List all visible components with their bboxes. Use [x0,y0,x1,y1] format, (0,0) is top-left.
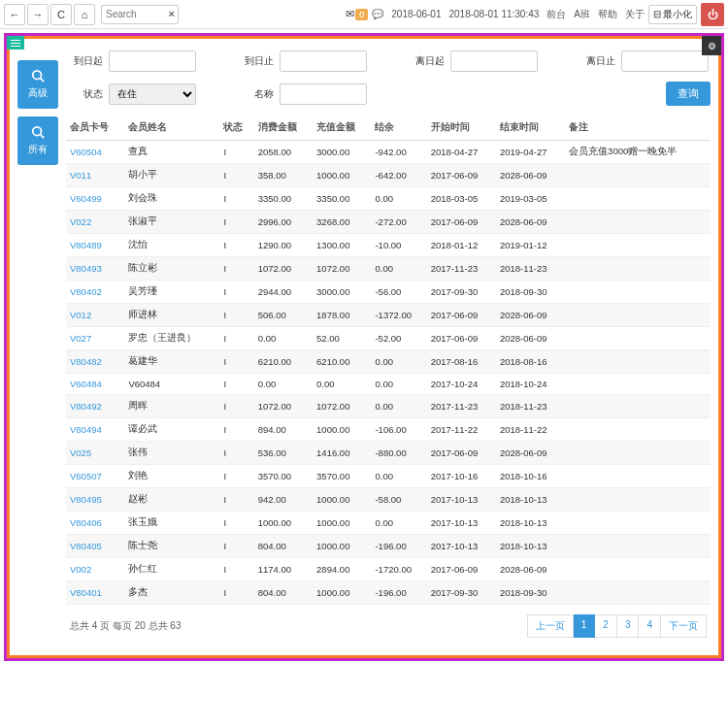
table-cell [565,442,711,465]
search-input[interactable] [101,5,179,24]
card-number-link[interactable]: V60499 [66,187,124,211]
table-cell: 1072.00 [254,257,313,281]
table-cell: 2017-06-09 [427,304,496,327]
table-cell: 1072.00 [254,395,313,418]
power-button[interactable]: ⏻ [701,3,724,26]
table-header-row: 会员卡号会员姓名状态消费金额充值金额结余开始时间结束时间备注 [66,116,711,141]
table-row[interactable]: V012师进林I506.001878.00-1372.002017-06-092… [66,304,711,327]
card-number-link[interactable]: V60504 [66,141,124,164]
table-row[interactable]: V60504查真I2058.003000.00-942.002018-04-27… [66,141,711,164]
column-header[interactable]: 会员卡号 [66,116,124,141]
table-cell: 2017-10-13 [427,488,496,512]
table-cell: 1000.00 [313,488,371,512]
mail-button[interactable]: ✉ 0 [346,8,368,20]
table-row[interactable]: V027罗忠（王进良）I0.0052.00-52.002017-06-09202… [66,327,711,350]
pager-next[interactable]: 下一页 [661,614,707,638]
table-cell: 1174.00 [254,558,313,581]
pager-page[interactable]: 2 [595,614,617,638]
link-front[interactable]: 前台 [546,8,566,21]
query-button[interactable]: 查询 [666,82,711,106]
minimize-button[interactable]: ⊟ 最小化 [648,5,697,24]
column-header[interactable]: 结束时间 [496,116,565,141]
refresh-button[interactable]: C [50,4,72,25]
leave-from-input[interactable] [450,50,538,72]
card-number-link[interactable]: V80489 [66,234,124,257]
arrive-to-label: 到日止 [237,54,274,68]
card-number-link[interactable]: V025 [66,442,124,465]
table-cell: -10.00 [371,234,426,257]
table-cell: 2018-10-13 [496,512,565,535]
table-row[interactable]: V022张淑平I2996.003268.00-272.002017-06-092… [66,211,711,234]
card-number-link[interactable]: V011 [66,164,124,187]
table-row[interactable]: V80489沈怡I1290.001300.00-10.002018-01-122… [66,234,711,257]
card-number-link[interactable]: V80492 [66,395,124,418]
card-number-link[interactable]: V80482 [66,350,124,374]
card-number-link[interactable]: V027 [66,327,124,350]
card-number-link[interactable]: V60507 [66,465,124,488]
column-header[interactable]: 结余 [371,116,426,141]
name-input[interactable] [280,83,367,105]
back-button[interactable]: ← [4,4,25,25]
forward-button[interactable]: → [27,4,49,25]
arrive-from-input[interactable] [109,50,196,72]
table-row[interactable]: V60507刘艳I3570.003570.000.002017-10-16201… [66,465,711,488]
advanced-search-button[interactable]: 高级 [17,60,58,109]
table-cell: 0.00 [371,350,426,374]
link-shift[interactable]: A班 [574,8,590,21]
pager-page[interactable]: 4 [639,614,661,638]
table-row[interactable]: V80402吴芳瑾I2944.003000.00-56.002017-09-30… [66,281,711,304]
column-header[interactable]: 会员姓名 [124,116,219,141]
card-number-link[interactable]: V80406 [66,512,124,535]
link-about[interactable]: 关于 [625,8,645,21]
settings-gear-icon[interactable]: ⚙ [702,36,721,55]
table-row[interactable]: V60484V60484I0.000.000.002017-10-242018-… [66,374,711,395]
column-header[interactable]: 充值金额 [313,116,371,141]
hamburger-menu[interactable] [7,36,24,50]
arrive-to-input[interactable] [280,50,367,72]
table-row[interactable]: V011胡小平I358.001000.00-642.002017-06-0920… [66,164,711,187]
table-row[interactable]: V80493陈立彬I1072.001072.000.002017-11-2320… [66,257,711,281]
pager-prev[interactable]: 上一页 [527,614,574,638]
table-row[interactable]: V80401多杰I804.001000.00-196.002017-09-302… [66,581,711,605]
card-number-link[interactable]: V60484 [66,374,124,395]
table-cell [565,558,711,581]
table-row[interactable]: V60499刘会珠I3350.003350.000.002018-03-0520… [66,187,711,211]
all-search-button[interactable]: 所有 [17,116,58,165]
table-row[interactable]: V002孙仁红I1174.002894.00-1720.002017-06-09… [66,558,711,581]
table-row[interactable]: V80482葛建华I6210.006210.000.002017-08-1620… [66,350,711,374]
card-number-link[interactable]: V80495 [66,488,124,512]
table-cell: 赵彬 [124,488,219,512]
table-row[interactable]: V80405陈士尧I804.001000.00-196.002017-10-13… [66,535,711,558]
column-header[interactable]: 开始时间 [427,116,496,141]
comment-icon[interactable]: 💬 [372,9,383,19]
card-number-link[interactable]: V012 [66,304,124,327]
table-cell: I [219,187,253,211]
leave-to-input[interactable] [621,50,709,72]
table-row[interactable]: V025张伟I536.001416.00-880.002017-06-09202… [66,442,711,465]
link-help[interactable]: 帮助 [598,8,617,21]
table-cell: 2058.00 [254,141,313,164]
clear-search-icon[interactable]: × [169,8,175,19]
card-number-link[interactable]: V80402 [66,281,124,304]
table-cell: 2018-09-30 [496,581,565,605]
column-header[interactable]: 状态 [219,116,253,141]
table-cell: 胡小平 [124,164,219,187]
column-header[interactable]: 备注 [565,116,711,141]
table-row[interactable]: V80495赵彬I942.001000.00-58.002017-10-1320… [66,488,711,512]
table-row[interactable]: V80494谭必武I894.001000.00-106.002017-11-22… [66,418,711,442]
pager-page[interactable]: 3 [617,614,640,638]
card-number-link[interactable]: V80493 [66,257,124,281]
table-row[interactable]: V80406张玉娥I1000.001000.000.002017-10-1320… [66,512,711,535]
status-select[interactable]: 在住 [109,83,196,105]
table-cell: 2017-06-09 [427,164,496,187]
card-number-link[interactable]: V80405 [66,535,124,558]
card-number-link[interactable]: V022 [66,211,124,234]
column-header[interactable]: 消费金额 [254,116,313,141]
card-number-link[interactable]: V002 [66,558,124,581]
table-cell: 吴芳瑾 [124,281,219,304]
table-row[interactable]: V80492周晖I1072.001072.000.002017-11-23201… [66,395,711,418]
card-number-link[interactable]: V80401 [66,581,124,605]
home-button[interactable]: ⌂ [74,4,95,25]
card-number-link[interactable]: V80494 [66,418,124,442]
pager-page[interactable]: 1 [574,614,596,638]
